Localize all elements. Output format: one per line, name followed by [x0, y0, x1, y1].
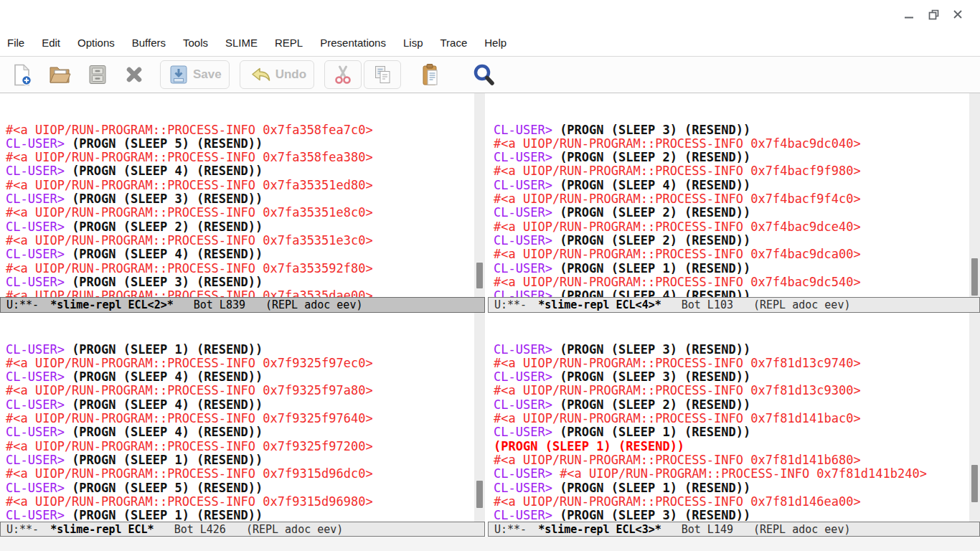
repl-output: #<a UIOP/RUN-PROGRAM::PROCESS-INFO 0x7f8…	[494, 494, 861, 509]
repl-output: #<a UIOP/RUN-PROGRAM::PROCESS-INFO 0x7fa…	[6, 150, 373, 164]
open-file-button[interactable]	[48, 64, 72, 85]
menu-item-trace[interactable]: Trace	[440, 37, 467, 49]
repl-prompt: CL-USER>	[494, 205, 560, 220]
save-as-button[interactable]	[87, 64, 108, 85]
repl-input: (PROGN (SLEEP 2) (RESEND))	[560, 205, 750, 220]
repl-buffer-ecl4[interactable]: CL-USER> (PROGN (SLEEP 3) (RESEND))#<a U…	[485, 93, 980, 297]
modeline-ecl[interactable]: U:**- *slime-repl ECL* Bot L426 (REPL ad…	[0, 522, 485, 537]
repl-buffer-ecl[interactable]: CL-USER> (PROGN (SLEEP 1) (RESEND))#<a U…	[0, 313, 485, 522]
undo-arrow-icon	[248, 64, 272, 85]
repl-prompt: CL-USER>	[494, 466, 560, 481]
repl-input: (PROGN (SLEEP 2) (RESEND))	[72, 220, 263, 234]
menu-item-lisp[interactable]: Lisp	[403, 37, 423, 49]
repl-prompt: CL-USER>	[6, 275, 72, 289]
scrollbar-track	[474, 313, 485, 522]
cut-button[interactable]	[324, 60, 362, 89]
restore-button[interactable]	[921, 4, 946, 25]
repl-prompt: CL-USER>	[494, 342, 560, 357]
scrollbar-thumb[interactable]	[476, 481, 483, 508]
repl-prompt: CL-USER>	[494, 397, 560, 412]
repl-output: #<a UIOP/RUN-PROGRAM::PROCESS-INFO 0x7f4…	[494, 220, 861, 234]
repl-buffer-ecl2[interactable]: #<a UIOP/RUN-PROGRAM::PROCESS-INFO 0x7fa…	[0, 93, 485, 297]
repl-line: #<a UIOP/RUN-PROGRAM::PROCESS-INFO 0x7f9…	[6, 412, 485, 425]
repl-input: (PROGN (SLEEP 4) (RESEND))	[72, 397, 263, 412]
repl-line: CL-USER> (PROGN (SLEEP 3) (RESEND))	[494, 123, 980, 137]
repl-error-output: (PROGN (SLEEP 1) (RESEND))	[494, 439, 684, 453]
paste-button[interactable]	[420, 63, 441, 87]
repl-line: #<a UIOP/RUN-PROGRAM::PROCESS-INFO 0x7fa…	[6, 151, 485, 164]
modeline-ecl3[interactable]: U:**- *slime-repl ECL<3>* Bot L149 (REPL…	[488, 522, 980, 537]
modeline-position: Bot L426	[174, 523, 226, 536]
scrollbar-thumb[interactable]	[971, 465, 978, 502]
repl-prompt: CL-USER>	[6, 481, 72, 495]
new-file-icon	[11, 63, 33, 87]
modeline-position: Bot L103	[682, 298, 733, 311]
repl-buffer-ecl3[interactable]: CL-USER> (PROGN (SLEEP 3) (RESEND))#<a U…	[485, 313, 980, 522]
repl-prompt: CL-USER>	[494, 288, 560, 297]
file-cabinet-icon	[87, 64, 108, 85]
scrollbar-track	[474, 93, 485, 297]
menu-item-file[interactable]: File	[7, 37, 24, 49]
toolbar: Save Undo	[0, 57, 980, 93]
magnifier-icon	[472, 63, 496, 87]
repl-line: CL-USER> (PROGN (SLEEP 5) (RESEND))	[6, 481, 485, 495]
menu-item-repl[interactable]: REPL	[275, 37, 303, 49]
repl-input: (PROGN (SLEEP 3) (RESEND))	[560, 369, 750, 384]
open-folder-icon	[48, 64, 72, 85]
repl-line: CL-USER> (PROGN (SLEEP 3) (RESEND))	[494, 509, 980, 522]
new-file-button[interactable]	[11, 63, 33, 87]
scrollbar-track	[969, 313, 980, 522]
repl-input: (PROGN (SLEEP 3) (RESEND))	[560, 123, 750, 137]
menu-item-help[interactable]: Help	[484, 37, 507, 49]
repl-prompt: CL-USER>	[6, 220, 72, 234]
repl-prompt: CL-USER>	[6, 192, 72, 206]
repl-line: #<a UIOP/RUN-PROGRAM::PROCESS-INFO 0x7f4…	[494, 137, 980, 151]
menu-item-tools[interactable]: Tools	[183, 37, 208, 49]
scrollbar-thumb[interactable]	[971, 258, 978, 296]
repl-input: (PROGN (SLEEP 2) (RESEND))	[560, 233, 750, 248]
repl-line: #<a UIOP/RUN-PROGRAM::PROCESS-INFO 0x7f4…	[494, 164, 980, 178]
menu-item-presentations[interactable]: Presentations	[320, 37, 386, 49]
repl-line: CL-USER> (PROGN (SLEEP 1) (RESEND))	[6, 343, 485, 357]
emacs-frame: File Edit Options Buffers Tools SLIME RE…	[0, 0, 980, 551]
scrollbar-thumb[interactable]	[476, 263, 483, 288]
repl-window-ecl: CL-USER> (PROGN (SLEEP 1) (RESEND))#<a U…	[0, 313, 485, 537]
modeline-buffer-name: *slime-repl ECL*	[50, 523, 154, 536]
modeline-position: Bot L149	[682, 523, 733, 536]
repl-line: #<a UIOP/RUN-PROGRAM::PROCESS-INFO 0x7f4…	[494, 220, 980, 234]
repl-output: #<a UIOP/RUN-PROGRAM::PROCESS-INFO 0x7f8…	[494, 453, 861, 467]
repl-line: #<a UIOP/RUN-PROGRAM::PROCESS-INFO 0x7f8…	[494, 384, 980, 397]
repl-line: CL-USER> (PROGN (SLEEP 4) (RESEND))	[494, 179, 980, 192]
repl-line: #<a UIOP/RUN-PROGRAM::PROCESS-INFO 0x7f4…	[494, 276, 980, 289]
repl-line: #<a UIOP/RUN-PROGRAM::PROCESS-INFO 0x7f8…	[494, 412, 980, 425]
copy-pages-icon	[372, 64, 393, 85]
menu-item-buffers[interactable]: Buffers	[132, 37, 166, 49]
menu-item-slime[interactable]: SLIME	[225, 37, 258, 49]
repl-input: (PROGN (SLEEP 5) (RESEND))	[72, 481, 263, 495]
repl-output: #<a UIOP/RUN-PROGRAM::PROCESS-INFO 0x7f9…	[6, 356, 373, 370]
undo-button[interactable]: Undo	[240, 60, 314, 89]
copy-button[interactable]	[364, 60, 401, 89]
repl-line: CL-USER> (PROGN (SLEEP 5) (RESEND))	[6, 137, 485, 151]
repl-prompt: CL-USER>	[6, 369, 72, 384]
repl-line: #<a UIOP/RUN-PROGRAM::PROCESS-INFO 0x7fa…	[6, 262, 485, 276]
modeline-status: U:**-	[494, 523, 527, 536]
save-button[interactable]: Save	[160, 60, 230, 89]
repl-line: CL-USER> (PROGN (SLEEP 1) (RESEND))	[494, 262, 980, 276]
repl-line: CL-USER> (PROGN (SLEEP 2) (RESEND))	[494, 234, 980, 248]
modeline-ecl4[interactable]: U:**- *slime-repl ECL<4>* Bot L103 (REPL…	[488, 297, 980, 313]
repl-output: #<a UIOP/RUN-PROGRAM::PROCESS-INFO 0x7f8…	[494, 383, 861, 397]
repl-output: #<a UIOP/RUN-PROGRAM::PROCESS-INFO 0x7f4…	[494, 164, 861, 178]
minimize-icon	[903, 9, 915, 20]
kill-buffer-button[interactable]	[123, 64, 145, 85]
modeline-ecl2[interactable]: U:**- *slime-repl ECL<2>* Bot L839 (REPL…	[0, 297, 485, 313]
repl-prompt: CL-USER>	[494, 425, 560, 439]
menu-item-edit[interactable]: Edit	[42, 37, 60, 49]
search-button[interactable]	[472, 63, 496, 87]
menu-item-options[interactable]: Options	[77, 37, 115, 49]
repl-output: #<a UIOP/RUN-PROGRAM::PROCESS-INFO 0x7fa…	[6, 178, 373, 192]
repl-line: CL-USER> #<a UIOP/RUN-PROGRAM::PROCESS-I…	[494, 467, 980, 481]
close-button[interactable]	[946, 4, 970, 25]
minimize-button[interactable]	[897, 4, 921, 25]
close-x-icon	[123, 64, 145, 85]
